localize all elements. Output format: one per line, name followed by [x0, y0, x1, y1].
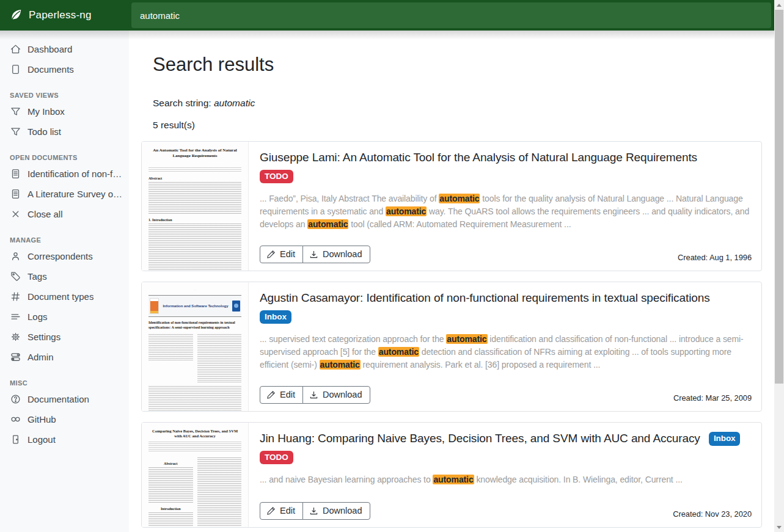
edit-button[interactable]: Edit — [260, 386, 303, 404]
created-date: Created: Nov 23, 2020 — [673, 509, 752, 520]
search-string-line: Search string: automatic — [153, 98, 762, 109]
result-title-link[interactable]: Jin Huang: Comparing Naive Bayes, Decisi… — [260, 432, 700, 445]
filter-icon — [10, 106, 21, 117]
result-footer: Edit Download Created: Mar 25, 2009 — [260, 386, 752, 404]
list-icon — [10, 312, 21, 322]
door-icon — [10, 434, 21, 445]
sidebar-item-label: Documentation — [27, 394, 89, 404]
sidebar: DashboardDocumentsSAVED VIEWSMy InboxTod… — [0, 31, 129, 532]
sidebar-item-label: Close all — [27, 209, 63, 219]
sidebar-item-documents[interactable]: Documents — [0, 59, 129, 79]
sidebar-item-label: Logout — [27, 434, 56, 445]
sidebar-item-admin[interactable]: Admin — [0, 347, 129, 367]
scrollbar-thumb[interactable] — [775, 10, 783, 384]
result-title-link[interactable]: Agustin Casamayor: Identification of non… — [260, 291, 710, 304]
tag-badge-inbox[interactable]: Inbox — [709, 432, 741, 446]
toggles-icon — [10, 352, 21, 362]
global-search-input[interactable] — [131, 2, 771, 28]
download-button[interactable]: Download — [302, 246, 370, 263]
search-highlight: automatic — [320, 360, 361, 370]
file-text-icon — [10, 169, 21, 179]
result-actions: Edit Download — [260, 502, 370, 520]
result-count: 5 result(s) — [153, 120, 762, 131]
person-icon — [10, 251, 21, 261]
sidebar-section-header: SAVED VIEWS — [10, 92, 119, 99]
result-card-body: Giuseppe Lami: An Automatic Tool for the… — [249, 142, 761, 271]
scrollbar-up-arrow-icon[interactable] — [774, 0, 784, 10]
top-navbar: Paperless-ng — [0, 0, 774, 31]
leaf-logo-icon — [9, 9, 23, 22]
sidebar-item-my-inbox[interactable]: My Inbox — [0, 101, 129, 122]
tag-badge-inbox[interactable]: Inbox — [260, 310, 291, 324]
sidebar-item-label: My Inbox — [27, 106, 65, 117]
journal-cover-logo — [232, 301, 240, 312]
sidebar-item-todo-list[interactable]: Todo list — [0, 122, 129, 142]
search-highlight: automatic — [307, 219, 348, 229]
search-string-value: automatic — [214, 98, 255, 108]
download-button[interactable]: Download — [302, 502, 370, 520]
hash-icon — [10, 291, 21, 302]
result-title-link[interactable]: Giuseppe Lami: An Automatic Tool for the… — [260, 151, 697, 164]
tag-badge-todo[interactable]: TODO — [260, 170, 293, 184]
edit-button[interactable]: Edit — [260, 246, 303, 263]
documents-icon — [10, 64, 21, 75]
sidebar-section-header: MANAGE — [10, 236, 119, 244]
document-thumbnail[interactable]: ·Information and Software TechnologyIden… — [142, 282, 249, 411]
snippet-text: tool (called ARM: Automated Requirement … — [348, 219, 571, 229]
tag-icon — [10, 271, 21, 282]
pencil-icon — [266, 506, 276, 516]
sidebar-item-label: Logs — [27, 312, 48, 322]
result-snippet: ... and naive Bayesian learning approach… — [260, 473, 752, 486]
sidebar-item-settings[interactable]: Settings — [0, 327, 129, 347]
document-thumbnail[interactable]: An Automatic Tool for the Analysis of Na… — [142, 142, 249, 271]
result-actions: Edit Download — [260, 386, 370, 404]
sidebar-item-dashboard[interactable]: Dashboard — [0, 39, 129, 59]
download-icon — [309, 390, 318, 399]
sidebar-item-correspondents[interactable]: Correspondents — [0, 246, 129, 266]
snippet-text: ... Faedo”, Pisa, Italy Abstract The ava… — [260, 194, 439, 203]
pencil-icon — [266, 390, 276, 399]
sidebar-item-logout[interactable]: Logout — [0, 429, 129, 450]
download-icon — [309, 250, 318, 259]
snippet-text: requirement analysis. Park et al. [36] p… — [361, 360, 601, 370]
sidebar-item-a-literature-survey-on[interactable]: A Literature Survey on ... — [0, 184, 129, 204]
result-footer: Edit Download Created: Nov 23, 2020 — [260, 502, 752, 520]
scrollbar-down-arrow-icon[interactable] — [774, 522, 784, 532]
result-snippet: ... supervised text categorization appro… — [260, 333, 752, 371]
page-title: Search results — [153, 54, 762, 76]
result-title: Jin Huang: Comparing Naive Bayes, Decisi… — [260, 431, 752, 446]
sidebar-item-github[interactable]: GitHub — [0, 409, 129, 429]
search-result-card: ·Information and Software TechnologyIden… — [141, 282, 762, 412]
filter-icon — [10, 126, 21, 137]
created-date: Created: Mar 25, 2009 — [673, 393, 752, 404]
search-highlight: automatic — [439, 194, 480, 203]
result-footer: Edit Download Created: Aug 1, 1996 — [260, 246, 752, 263]
sidebar-item-label: A Literature Survey on ... — [27, 189, 123, 199]
sidebar-item-label: Documents — [27, 64, 74, 75]
sidebar-item-label: Tags — [27, 271, 47, 282]
home-icon — [10, 44, 21, 54]
result-title: Agustin Casamayor: Identification of non… — [260, 290, 752, 306]
document-thumbnail[interactable]: Comparing Naive Bayes, Decision Trees, a… — [142, 423, 249, 527]
sidebar-item-documentation[interactable]: Documentation — [0, 389, 129, 409]
app-brand[interactable]: Paperless-ng — [0, 0, 129, 31]
download-button[interactable]: Download — [302, 386, 370, 404]
result-actions: Edit Download — [260, 246, 370, 263]
sidebar-item-label: Settings — [27, 332, 60, 342]
result-tag-row: TODO — [260, 451, 752, 465]
main-content: Search results Search string: automatic … — [129, 31, 774, 532]
sidebar-section-header: OPEN DOCUMENTS — [10, 154, 119, 161]
sidebar-item-tags[interactable]: Tags — [0, 266, 129, 286]
edit-button[interactable]: Edit — [260, 502, 303, 520]
tag-badge-todo[interactable]: TODO — [260, 451, 293, 465]
download-icon — [309, 506, 318, 516]
search-highlight: automatic — [433, 475, 474, 484]
publisher-logo — [150, 298, 159, 314]
sidebar-item-label: Correspondents — [27, 251, 93, 261]
sidebar-item-document-types[interactable]: Document types — [0, 286, 129, 307]
sidebar-item-identification-of-non-fu[interactable]: Identification of non-fu... — [0, 164, 129, 184]
sidebar-item-close-all[interactable]: Close all — [0, 204, 129, 224]
window-scrollbar[interactable] — [774, 0, 784, 532]
sidebar-item-logs[interactable]: Logs — [0, 307, 129, 327]
result-tag-row: TODO — [260, 170, 752, 184]
